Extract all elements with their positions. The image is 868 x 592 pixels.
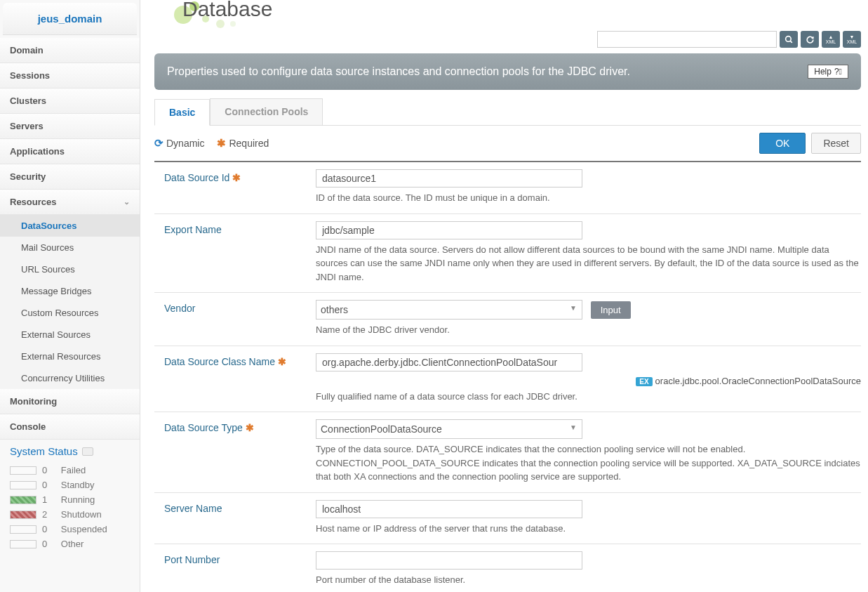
nav-clusters[interactable]: Clusters (0, 88, 140, 114)
nav-sessions[interactable]: Sessions (0, 63, 140, 88)
label-server-name: Server Name (154, 500, 316, 536)
input-export-name[interactable] (316, 221, 582, 239)
legend-dynamic: ⟳Dynamic (154, 137, 204, 150)
input-port-number[interactable] (316, 551, 582, 570)
help-ds-class: Fully qualified name of a data source cl… (316, 390, 861, 404)
label-export-name: Export Name (154, 221, 316, 284)
subnav-concurrency[interactable]: Concurrency Utilities (0, 367, 140, 389)
nav-security[interactable]: Security (0, 164, 140, 190)
help-data-source-id: ID of the data source. The ID must be un… (316, 191, 861, 205)
nav-resources-label: Resources (10, 197, 56, 207)
input-server-name[interactable] (316, 500, 582, 518)
reset-button[interactable]: Reset (811, 133, 861, 154)
refresh-icon[interactable] (82, 447, 93, 456)
chevron-down-icon: ⌄ (123, 197, 130, 206)
example-ds-class: EXoracle.jdbc.pool.OracleConnectionPoolD… (316, 376, 861, 386)
tab-basic[interactable]: Basic (154, 99, 210, 126)
status-standby: 0 Standby (10, 478, 130, 492)
ok-button[interactable]: OK (759, 133, 806, 154)
nav-domain[interactable]: Domain (0, 38, 140, 63)
tab-connection-pools[interactable]: Connection Pools (210, 98, 323, 125)
help-port-number: Port number of the database listener. (316, 573, 861, 587)
status-other: 0 Other (10, 537, 130, 551)
subnav-ext-sources[interactable]: External Sources (0, 324, 140, 346)
help-button[interactable]: Help ?⃝ (808, 65, 848, 79)
import-xml-icon[interactable]: ▼XML (843, 31, 861, 48)
subnav-url[interactable]: URL Sources (0, 258, 140, 280)
export-xml-icon[interactable]: ▲XML (822, 31, 840, 48)
domain-header[interactable]: jeus_domain (3, 3, 137, 35)
refresh-button-icon[interactable] (801, 31, 819, 48)
label-port-number: Port Number (154, 551, 316, 587)
select-vendor[interactable]: others (316, 300, 582, 320)
status-shutdown: 2 Shutdown (10, 507, 130, 522)
input-button[interactable]: Input (591, 301, 631, 319)
subnav-custom[interactable]: Custom Resources (0, 302, 140, 324)
subnav-ext-resources[interactable]: External Resources (0, 346, 140, 367)
description-banner: Properties used to configure data source… (154, 53, 861, 90)
status-running: 1 Running (10, 492, 130, 507)
help-vendor: Name of the JDBC driver vendor. (316, 323, 861, 337)
help-server-name: Host name or IP address of the server th… (316, 522, 861, 536)
label-data-source-id: Data Source Id ✱ (154, 169, 316, 205)
subnav-mail[interactable]: Mail Sources (0, 237, 140, 258)
help-ds-type: Type of the data source. DATA_SOURCE ind… (316, 442, 861, 484)
label-ds-class: Data Source Class Name ✱ (154, 353, 316, 404)
input-ds-class[interactable] (316, 353, 582, 371)
subnav-datasources[interactable]: DataSources (0, 215, 140, 237)
help-icon: ?⃝ (834, 67, 842, 77)
status-failed: 0 Failed (10, 463, 130, 478)
select-ds-type[interactable]: ConnectionPoolDataSource (316, 419, 582, 439)
search-icon[interactable] (780, 31, 798, 48)
label-vendor: Vendor (154, 300, 316, 337)
label-ds-type: Data Source Type ✱ (154, 419, 316, 484)
help-export-name: JNDI name of the data source. Servers do… (316, 243, 861, 284)
svg-line-1 (790, 41, 792, 43)
nav-servers[interactable]: Servers (0, 114, 140, 139)
nav-monitoring[interactable]: Monitoring (0, 389, 140, 414)
input-data-source-id[interactable] (316, 169, 582, 188)
nav-console[interactable]: Console (0, 414, 140, 440)
svg-point-0 (785, 36, 791, 41)
search-input[interactable] (597, 31, 777, 48)
nav-applications[interactable]: Applications (0, 139, 140, 164)
page-title: Database (154, 0, 861, 31)
system-status-title: System Status (10, 445, 130, 457)
legend-required: ✱Required (217, 137, 269, 150)
nav-resources[interactable]: Resources ⌄ (0, 190, 140, 215)
subnav-bridges[interactable]: Message Bridges (0, 280, 140, 302)
status-suspended: 0 Suspended (10, 522, 130, 537)
